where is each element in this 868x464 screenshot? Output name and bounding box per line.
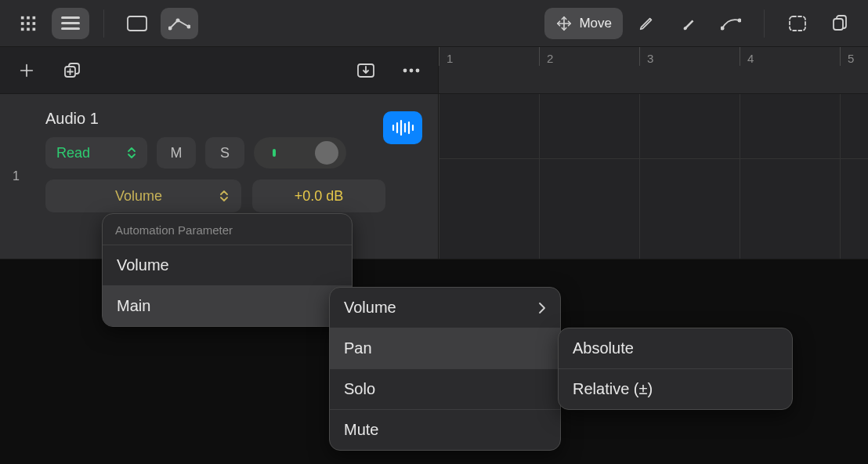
- toolbar-separator: [103, 9, 104, 38]
- pan-submenu-popup: Absolute Relative (±): [558, 328, 793, 410]
- curve-tool-button[interactable]: [712, 8, 750, 39]
- automation-mode-select[interactable]: Read: [45, 137, 147, 169]
- plus-icon: [18, 62, 35, 79]
- main-submenu-popup: Volume Pan Solo Mute: [329, 287, 561, 451]
- mute-button[interactable]: M: [157, 137, 196, 169]
- curve-icon: [721, 16, 741, 31]
- pencil-tool-button[interactable]: [627, 8, 665, 39]
- duplicate-icon: [63, 61, 81, 80]
- region-mode-group: [118, 8, 198, 39]
- automation-parameter-popup: Automation Parameter Volume Main: [102, 213, 353, 327]
- svg-point-24: [416, 68, 420, 72]
- brush-icon: [680, 15, 697, 32]
- track-name-label: Audio 1: [45, 110, 424, 128]
- add-track-button[interactable]: [9, 55, 44, 86]
- rectangle-icon: [127, 16, 147, 31]
- popup-item-pan[interactable]: Pan: [330, 328, 560, 368]
- svg-rect-4: [27, 22, 30, 25]
- popup-title: Automation Parameter: [103, 214, 352, 245]
- svg-point-22: [403, 68, 407, 72]
- move-tool-button[interactable]: Move: [544, 8, 623, 39]
- ruler-tick-label: 4: [747, 52, 754, 65]
- list-icon: [61, 16, 80, 31]
- popup-item-volume[interactable]: Volume: [330, 288, 560, 328]
- chevron-up-down-icon: [219, 190, 229, 202]
- copy-icon: [830, 14, 849, 33]
- automation-mode-label: Read: [56, 145, 90, 161]
- chevron-up-down-icon: [127, 147, 136, 159]
- popup-item-relative[interactable]: Relative (±): [559, 368, 792, 409]
- svg-rect-11: [61, 27, 80, 30]
- import-icon: [356, 62, 375, 79]
- svg-rect-7: [27, 27, 30, 31]
- track-header-left: [0, 47, 439, 94]
- more-button[interactable]: [394, 55, 429, 86]
- automation-view-button[interactable]: [161, 8, 198, 39]
- tool-group: Move: [544, 8, 750, 39]
- slider-thumb[interactable]: [315, 141, 338, 165]
- marquee-icon: [788, 15, 807, 32]
- track-type-button[interactable]: [383, 111, 422, 144]
- svg-point-23: [410, 68, 414, 72]
- automation-value-label: +0.0 dB: [295, 188, 344, 205]
- svg-rect-18: [790, 16, 805, 31]
- view-mode-group: [9, 8, 89, 39]
- slider-indicator: [273, 149, 276, 157]
- move-tool-label: Move: [579, 16, 612, 31]
- svg-rect-10: [61, 22, 80, 24]
- region-view-button[interactable]: [118, 8, 156, 39]
- timeline-ruler[interactable]: 1 2 3 4 5: [439, 47, 868, 94]
- ruler-tick-label: 5: [848, 52, 854, 65]
- automation-value-field[interactable]: +0.0 dB: [252, 179, 385, 212]
- duplicate-track-button[interactable]: [55, 55, 89, 86]
- svg-rect-0: [21, 16, 24, 19]
- ruler-tick-label: 3: [647, 52, 653, 65]
- import-button[interactable]: [349, 55, 383, 86]
- brush-tool-button[interactable]: [670, 8, 707, 39]
- automation-parameter-label: Volume: [58, 188, 219, 205]
- ruler-tick-label: 2: [547, 52, 553, 65]
- automation-parameter-select[interactable]: Volume: [45, 179, 241, 212]
- popup-item-volume[interactable]: Volume: [103, 245, 352, 285]
- popup-item-main[interactable]: Main: [103, 285, 352, 326]
- clipboard-group: [779, 8, 859, 39]
- grid-view-button[interactable]: [9, 8, 47, 39]
- svg-rect-1: [27, 16, 30, 19]
- track-lane[interactable]: [439, 94, 868, 259]
- track-header-row: 1 2 3 4 5: [0, 47, 868, 94]
- solo-button[interactable]: S: [205, 137, 244, 169]
- popup-item-absolute[interactable]: Absolute: [559, 328, 792, 368]
- svg-rect-19: [834, 19, 843, 30]
- svg-rect-8: [33, 27, 36, 31]
- svg-rect-5: [33, 22, 36, 25]
- toolbar-separator: [764, 9, 765, 38]
- svg-rect-6: [21, 27, 24, 31]
- svg-point-14: [176, 18, 180, 22]
- svg-rect-12: [128, 16, 146, 31]
- top-toolbar: Move: [0, 0, 868, 47]
- track-number: 1: [13, 169, 20, 183]
- svg-point-17: [738, 18, 742, 22]
- svg-rect-2: [33, 16, 36, 19]
- move-icon: [555, 15, 573, 32]
- chevron-right-icon: [538, 302, 546, 314]
- more-icon: [402, 67, 421, 74]
- copy-button[interactable]: [821, 8, 859, 39]
- popup-item-solo[interactable]: Solo: [330, 368, 560, 409]
- waveform-icon: [391, 119, 414, 136]
- pencil-icon: [638, 15, 655, 32]
- popup-item-mute[interactable]: Mute: [330, 409, 560, 450]
- select-tool-button[interactable]: [779, 8, 816, 39]
- list-view-button[interactable]: [52, 8, 89, 39]
- volume-slider[interactable]: [254, 137, 346, 169]
- svg-rect-9: [61, 16, 80, 19]
- automation-curve-icon: [168, 16, 190, 31]
- grid-icon: [20, 15, 37, 32]
- svg-rect-3: [21, 22, 24, 25]
- ruler-tick-label: 1: [447, 52, 453, 65]
